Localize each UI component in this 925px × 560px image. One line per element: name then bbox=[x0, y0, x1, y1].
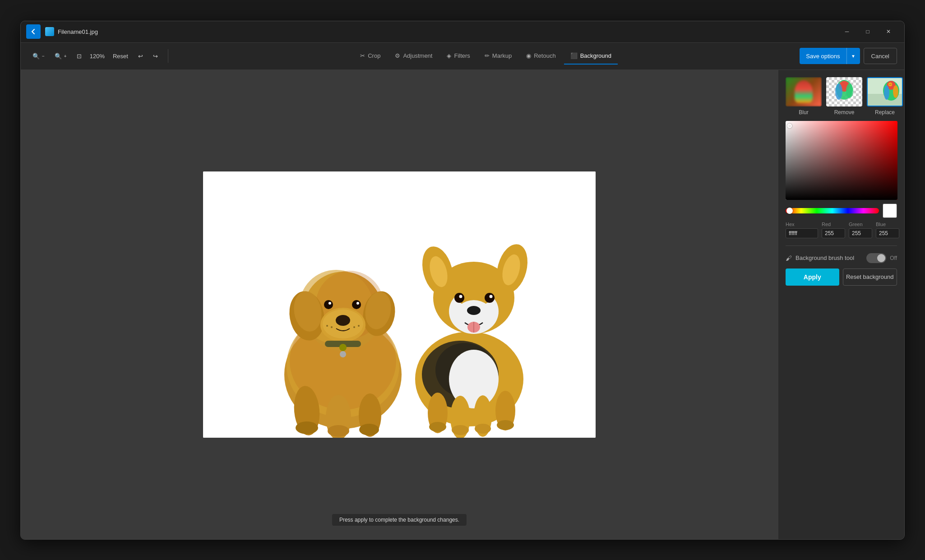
action-buttons: Apply Reset background bbox=[786, 268, 897, 286]
filters-icon: ◈ bbox=[447, 52, 451, 59]
preset-remove[interactable]: Remove bbox=[826, 77, 862, 116]
svg-point-56 bbox=[326, 325, 328, 327]
zoom-fit-button[interactable]: ⊡ bbox=[72, 48, 86, 64]
svg-point-36 bbox=[452, 425, 469, 435]
preset-blur[interactable]: Blur bbox=[786, 77, 822, 116]
svg-point-49 bbox=[454, 293, 464, 303]
tab-retouch[interactable]: ◉ Retouch bbox=[520, 47, 562, 65]
svg-point-19 bbox=[336, 315, 350, 326]
svg-point-48 bbox=[467, 306, 481, 315]
red-input[interactable] bbox=[822, 228, 845, 238]
app-icon bbox=[45, 27, 54, 36]
red-group: Red bbox=[822, 222, 845, 238]
svg-point-55 bbox=[331, 326, 333, 328]
zoom-value: 120% bbox=[87, 53, 107, 60]
svg-point-22 bbox=[328, 302, 331, 305]
hue-handle[interactable] bbox=[786, 208, 793, 214]
tab-background[interactable]: ⬛ Background bbox=[564, 47, 618, 65]
status-text: Press apply to complete the background c… bbox=[339, 517, 459, 523]
cancel-button[interactable]: Cancel bbox=[864, 48, 897, 64]
brush-icon: 🖌 bbox=[786, 255, 792, 262]
toolbar: 🔍 − 🔍 + ⊡ 120% Reset ↩ ↪ ✂ Crop ⚙ Adjust… bbox=[21, 43, 904, 70]
checkerboard-bg bbox=[826, 77, 862, 106]
hex-label: Hex bbox=[786, 222, 818, 227]
image-canvas bbox=[203, 171, 596, 438]
svg-point-51 bbox=[459, 295, 462, 298]
tab-markup[interactable]: ✏ Markup bbox=[478, 47, 518, 65]
background-icon: ⬛ bbox=[570, 52, 578, 59]
remove-label: Remove bbox=[834, 109, 855, 116]
svg-point-57 bbox=[353, 326, 355, 328]
background-label: Background bbox=[580, 52, 611, 59]
back-button[interactable] bbox=[26, 24, 41, 39]
svg-point-38 bbox=[497, 420, 514, 430]
crop-label: Crop bbox=[368, 52, 380, 59]
divider bbox=[786, 245, 897, 246]
tab-filters[interactable]: ◈ Filters bbox=[440, 47, 476, 65]
replace-label: Replace bbox=[875, 109, 895, 116]
zoom-in-button[interactable]: 🔍 + bbox=[50, 48, 71, 64]
titlebar: Filename01.jpg ─ □ ✕ bbox=[21, 21, 904, 43]
svg-point-50 bbox=[485, 293, 495, 303]
remove-thumbnail bbox=[826, 77, 862, 106]
app-window: Filename01.jpg ─ □ ✕ 🔍 − 🔍 + ⊡ 120% Rese… bbox=[20, 21, 905, 540]
svg-point-21 bbox=[352, 300, 361, 309]
window-controls: ─ □ ✕ bbox=[837, 24, 899, 39]
maximize-button[interactable]: □ bbox=[857, 24, 878, 39]
blur-label: Blur bbox=[799, 109, 808, 116]
color-hue-row bbox=[786, 204, 897, 218]
svg-point-58 bbox=[358, 325, 360, 327]
hex-input[interactable] bbox=[786, 228, 818, 238]
zoom-out-label: − bbox=[42, 54, 45, 59]
close-button[interactable]: ✕ bbox=[878, 24, 899, 39]
svg-point-20 bbox=[324, 300, 333, 309]
redo-button[interactable]: ↪ bbox=[148, 48, 162, 64]
svg-point-72 bbox=[889, 83, 892, 85]
retouch-icon: ◉ bbox=[526, 52, 531, 59]
svg-point-37 bbox=[475, 424, 491, 434]
zoom-out-button[interactable]: 🔍 − bbox=[28, 48, 49, 64]
green-input[interactable] bbox=[849, 228, 872, 238]
blue-input[interactable] bbox=[876, 228, 899, 238]
toggle-off-label: Off bbox=[890, 255, 897, 261]
undo-button[interactable]: ↩ bbox=[134, 48, 148, 64]
reset-background-button[interactable]: Reset background bbox=[843, 268, 897, 286]
svg-point-8 bbox=[328, 425, 349, 437]
color-picker-handle[interactable] bbox=[787, 124, 792, 128]
apply-button[interactable]: Apply bbox=[786, 268, 839, 286]
svg-point-69 bbox=[884, 85, 889, 100]
preset-replace[interactable]: Replace bbox=[867, 77, 903, 116]
color-gradient-box[interactable] bbox=[786, 121, 897, 200]
zoom-controls: 🔍 − 🔍 + ⊡ 120% Reset ↩ ↪ bbox=[28, 48, 162, 64]
retouch-label: Retouch bbox=[534, 52, 555, 59]
blue-label: Blue bbox=[876, 222, 899, 227]
hue-slider[interactable] bbox=[786, 208, 879, 213]
minimize-button[interactable]: ─ bbox=[837, 24, 857, 39]
replace-thumbnail bbox=[867, 77, 903, 106]
color-values-row: Hex Red Green Blue bbox=[786, 222, 897, 238]
color-swatch[interactable] bbox=[883, 204, 897, 218]
canvas-area[interactable]: Press apply to complete the background c… bbox=[21, 70, 778, 539]
dogs-image bbox=[203, 171, 596, 438]
adjustment-icon: ⚙ bbox=[395, 52, 400, 59]
brightness-gradient bbox=[786, 121, 897, 200]
svg-point-70 bbox=[893, 85, 898, 98]
reset-button[interactable]: Reset bbox=[108, 48, 133, 64]
svg-point-23 bbox=[356, 302, 359, 305]
tab-crop[interactable]: ✂ Crop bbox=[354, 47, 387, 65]
markup-label: Markup bbox=[492, 52, 512, 59]
tab-adjustment[interactable]: ⚙ Adjustment bbox=[388, 47, 439, 65]
svg-point-63 bbox=[846, 83, 853, 98]
toolbar-separator bbox=[168, 49, 168, 63]
presets-row: Blur bbox=[786, 77, 897, 116]
save-options-button[interactable]: Save options ▼ bbox=[800, 48, 860, 64]
color-picker-area: Hex Red Green Blue bbox=[786, 121, 897, 238]
blur-thumbnail bbox=[786, 77, 822, 106]
svg-point-25 bbox=[339, 344, 347, 351]
markup-icon: ✏ bbox=[485, 52, 490, 59]
svg-point-62 bbox=[835, 83, 842, 100]
brush-tool-row: 🖌 Background brush tool Off bbox=[786, 253, 897, 263]
brush-toggle[interactable] bbox=[866, 253, 886, 263]
toolbar-actions: Save options ▼ Cancel bbox=[800, 48, 897, 64]
svg-point-35 bbox=[429, 422, 446, 432]
